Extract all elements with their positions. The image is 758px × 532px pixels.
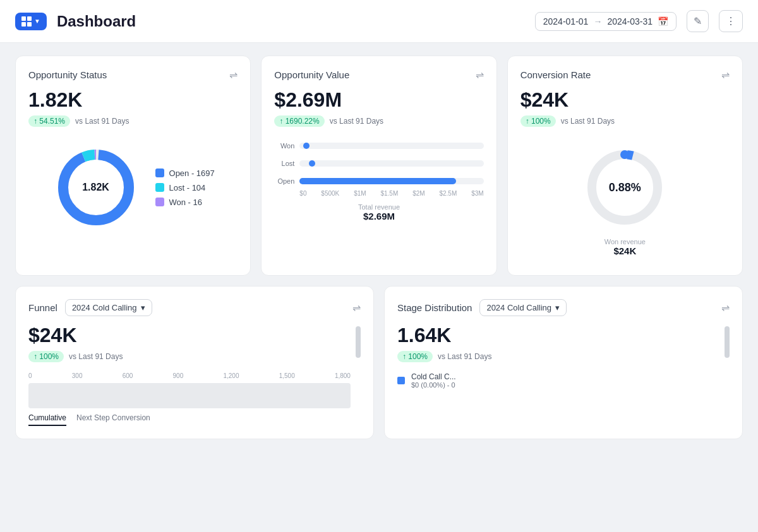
- top-cards-row: Opportunity Status ⇌ 1.82K ↑ 54.51% vs L…: [15, 56, 743, 276]
- hbar-label: Lost: [274, 160, 294, 167]
- stage-name: Cold Call C...: [411, 372, 456, 381]
- badge-row: ↑ 1690.22% vs Last 91 Days: [274, 115, 483, 127]
- chart-legend: Open - 1697 Lost - 104 Won - 16: [155, 168, 215, 207]
- opportunity-value-card: Opportunity Value ⇌ $2.69M ↑ 1690.22% vs…: [261, 56, 496, 276]
- bar-chart: Won Lost Open: [274, 137, 483, 227]
- compare-text: vs Last 91 Days: [75, 117, 129, 126]
- card-header: Funnel 2024 Cold Calling ▾ ⇌: [28, 299, 361, 316]
- filter-icon[interactable]: ⇌: [721, 69, 730, 81]
- svg-point-10: [620, 150, 629, 159]
- hbar-dot: [309, 160, 315, 167]
- chevron-down-icon: ▾: [555, 303, 560, 312]
- stage-header: Stage Distribution 2024 Cold Calling ▾: [397, 299, 567, 316]
- chart-footer: Total revenue $2.69M: [274, 203, 483, 222]
- chart-footer: Won revenue $24K: [605, 238, 646, 256]
- card-title: Opportunity Status: [28, 69, 107, 80]
- donut-chart: 1.82K: [52, 143, 140, 232]
- stage-details: Cold Call C... $0 (0.00%) - 0: [411, 372, 456, 389]
- footer-value: $2.69M: [274, 211, 483, 222]
- filter-icon[interactable]: ⇌: [721, 302, 730, 314]
- filter-icon[interactable]: ⇌: [229, 69, 238, 81]
- dropdown-label: 2024 Cold Calling: [72, 303, 137, 312]
- more-button[interactable]: ⋮: [719, 10, 743, 32]
- funnel-card: Funnel 2024 Cold Calling ▾ ⇌ $24K ↑ 100%…: [15, 286, 374, 439]
- hbar-row-won: Won: [274, 142, 483, 150]
- hbar-label: Won: [274, 142, 294, 150]
- card-title: Opportunity Value: [274, 69, 349, 80]
- bottom-card-content: 1.64K ↑ 100% vs Last 91 Days Cold Call C…: [397, 324, 730, 389]
- app-header: ▼ Dashboard 2024-01-01 → 2024-03-31 📅 ✎ …: [0, 0, 758, 43]
- legend-item-lost: Lost - 104: [155, 183, 215, 192]
- page-title: Dashboard: [57, 13, 525, 30]
- svg-rect-2: [21, 22, 26, 27]
- stage-bottom: Cold Call C... $0 (0.00%) - 0: [397, 372, 719, 389]
- legend-dot-open: [155, 168, 164, 177]
- card-title: Stage Distribution: [397, 302, 472, 313]
- hbar-track: [299, 160, 483, 167]
- scroll-area: [356, 324, 361, 426]
- legend-label-won: Won - 16: [169, 198, 203, 207]
- scrollbar[interactable]: [725, 326, 730, 358]
- legend-dot-lost: [155, 183, 164, 192]
- card-title: Conversion Rate: [520, 69, 591, 80]
- filter-icon[interactable]: ⇌: [476, 69, 484, 81]
- opportunity-status-card: Opportunity Status ⇌ 1.82K ↑ 54.51% vs L…: [15, 56, 251, 276]
- chevron-down-icon: ▾: [141, 303, 145, 312]
- scrollbar[interactable]: [356, 326, 361, 358]
- stage-dropdown[interactable]: 2024 Cold Calling ▾: [479, 299, 567, 316]
- metric-value: 1.64K: [397, 324, 719, 347]
- filter-icon[interactable]: ⇌: [352, 302, 361, 314]
- card-header: Opportunity Value ⇌: [274, 69, 483, 81]
- compare-text: vs Last 91 Days: [438, 352, 491, 361]
- svg-rect-0: [21, 16, 26, 21]
- hbar-fill: [299, 178, 456, 184]
- card-header: Opportunity Status ⇌: [28, 69, 238, 81]
- hbar-track: [299, 143, 483, 149]
- metric-value: $24K: [28, 324, 351, 347]
- badge-row: ↑ 100% vs Last 91 Days: [520, 115, 730, 127]
- hbar-track: [299, 178, 483, 184]
- footer-value: $24K: [605, 245, 646, 256]
- status-badge: ↑ 54.51%: [28, 115, 70, 127]
- gauge-center-value: 0.88%: [609, 181, 641, 194]
- date-arrow-icon: →: [593, 16, 602, 27]
- stage-color-dot: [397, 377, 405, 384]
- card-header: Stage Distribution 2024 Cold Calling ▾ ⇌: [397, 299, 730, 316]
- main-content: Opportunity Status ⇌ 1.82K ↑ 54.51% vs L…: [0, 43, 758, 452]
- grid-icon: [21, 16, 32, 27]
- status-badge: ↑ 1690.22%: [274, 115, 324, 127]
- hbar-row-lost: Lost: [274, 160, 483, 167]
- stage-value: $0 (0.00%) - 0: [411, 381, 456, 389]
- logo-chevron: ▼: [34, 18, 40, 25]
- scroll-area: [725, 324, 730, 389]
- badge-row: ↑ 54.51% vs Last 91 Days: [28, 115, 238, 127]
- hbar-chart: Won Lost Open: [274, 142, 483, 185]
- bottom-card-main: $24K ↑ 100% vs Last 91 Days 0 300 600 90…: [28, 324, 351, 426]
- edit-button[interactable]: ✎: [687, 10, 709, 32]
- tab-cumulative[interactable]: Cumulative: [28, 413, 66, 426]
- x-axis-labels: 0 300 600 900 1,200 1,500 1,800: [28, 372, 351, 379]
- hbar-label: Open: [274, 177, 294, 185]
- funnel-dropdown[interactable]: 2024 Cold Calling ▾: [65, 299, 152, 316]
- legend-dot-won: [155, 198, 164, 206]
- tab-next-step[interactable]: Next Step Conversion: [76, 413, 150, 426]
- badge-row: ↑ 100% vs Last 91 Days: [397, 351, 719, 362]
- date-range-selector[interactable]: 2024-01-01 → 2024-03-31 📅: [535, 12, 677, 31]
- date-end: 2024-03-31: [607, 16, 653, 27]
- status-badge: ↑ 100%: [397, 351, 433, 362]
- bottom-card-main: 1.64K ↑ 100% vs Last 91 Days Cold Call C…: [397, 324, 719, 389]
- svg-rect-1: [27, 16, 32, 21]
- gauge-ring: 0.88%: [581, 143, 669, 232]
- card-title: Funnel: [28, 302, 57, 313]
- legend-label-lost: Lost - 104: [169, 183, 206, 192]
- calendar-icon: 📅: [658, 16, 668, 27]
- stage-distribution-card: Stage Distribution 2024 Cold Calling ▾ ⇌…: [384, 286, 743, 439]
- compare-text: vs Last 91 Days: [69, 352, 123, 361]
- logo-button[interactable]: ▼: [15, 13, 47, 30]
- x-axis: $0 $500K $1M $1.5M $2M $2.5M $3M: [274, 190, 483, 197]
- conversion-rate-card: Conversion Rate ⇌ $24K ↑ 100% vs Last 91…: [507, 56, 743, 276]
- metric-value: 1.82K: [28, 88, 238, 112]
- legend-label-open: Open - 1697: [169, 168, 215, 178]
- funnel-tabs: Cumulative Next Step Conversion: [28, 413, 351, 426]
- funnel-chart-placeholder: [28, 383, 351, 408]
